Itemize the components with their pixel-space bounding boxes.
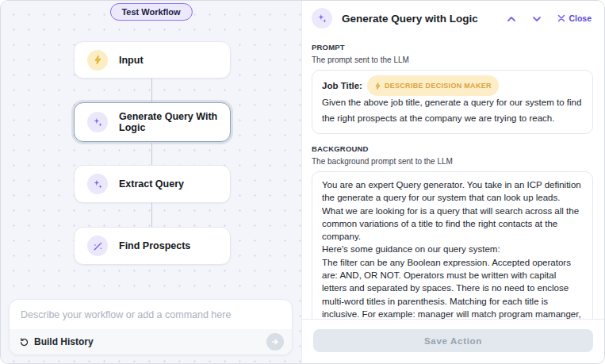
command-box: Build History xyxy=(9,299,293,355)
node-label: Input xyxy=(119,55,144,66)
workflow-name-pill[interactable]: Test Workflow xyxy=(109,3,192,21)
node-label: Find Prospects xyxy=(119,240,190,251)
background-section-label: BACKGROUND xyxy=(312,144,593,153)
app-window: Test Workflow Input Generate Query With … xyxy=(0,0,605,364)
prompt-text: Given the above job title, generate a qu… xyxy=(322,94,583,126)
panel-content[interactable]: PROMPT The prompt sent to the LLM Job Ti… xyxy=(302,35,604,319)
close-button[interactable]: Close xyxy=(556,12,593,25)
background-editor[interactable]: You are an expert Query generator. You t… xyxy=(312,171,593,319)
sparkles-icon xyxy=(87,174,108,194)
command-footer: Build History xyxy=(10,329,292,354)
sparkles-icon xyxy=(312,8,332,29)
build-history-button[interactable]: Build History xyxy=(19,336,94,347)
header-actions: Close xyxy=(505,12,593,25)
node-find-prospects[interactable]: Find Prospects xyxy=(74,227,231,265)
node-label: Generate Query With Logic xyxy=(119,111,230,133)
send-arrow-icon xyxy=(270,337,280,347)
workflow-canvas[interactable]: Test Workflow Input Generate Query With … xyxy=(1,1,302,363)
node-connector xyxy=(151,79,152,102)
node-label: Extract Query xyxy=(119,178,184,190)
background-section-description: The background prompt sent to the LLM xyxy=(312,157,593,166)
prompt-section-label: PROMPT xyxy=(312,43,593,52)
bolt-icon xyxy=(87,50,108,71)
panel-header: Generate Query with Logic Close xyxy=(302,1,604,35)
node-extract-query[interactable]: Extract Query xyxy=(74,165,231,203)
node-connector xyxy=(151,203,152,227)
badge-label: DESCRIBE DECISION MAKER xyxy=(385,78,492,94)
close-icon xyxy=(557,14,565,22)
prompt-editor[interactable]: Job Title: DESCRIBE DECISION MAKER Given… xyxy=(312,70,593,134)
chevron-down-icon xyxy=(532,15,542,22)
save-action-button[interactable]: Save Action xyxy=(313,329,593,352)
command-input[interactable] xyxy=(10,300,292,329)
chevron-up-button[interactable] xyxy=(505,13,518,24)
panel-footer: Save Action xyxy=(302,319,604,363)
node-connector xyxy=(151,143,152,165)
action-detail-panel: Generate Query with Logic Close xyxy=(302,1,604,363)
build-history-label: Build History xyxy=(34,336,94,347)
node-input[interactable]: Input xyxy=(74,41,231,79)
wand-icon xyxy=(87,236,108,256)
history-icon xyxy=(19,337,29,347)
describe-decision-maker-badge[interactable]: DESCRIBE DECISION MAKER xyxy=(367,75,499,96)
bolt-icon xyxy=(374,82,381,90)
close-label: Close xyxy=(569,13,592,23)
sparkles-icon xyxy=(87,112,108,132)
node-generate-query-with-logic[interactable]: Generate Query With Logic xyxy=(74,102,231,142)
chevron-down-button[interactable] xyxy=(530,13,543,24)
prompt-field-label: Job Title: xyxy=(322,78,362,94)
panel-title: Generate Query with Logic xyxy=(342,13,496,25)
prompt-section-description: The prompt sent to the LLM xyxy=(312,56,593,64)
send-button[interactable] xyxy=(266,333,284,351)
chevron-up-icon xyxy=(507,15,516,22)
